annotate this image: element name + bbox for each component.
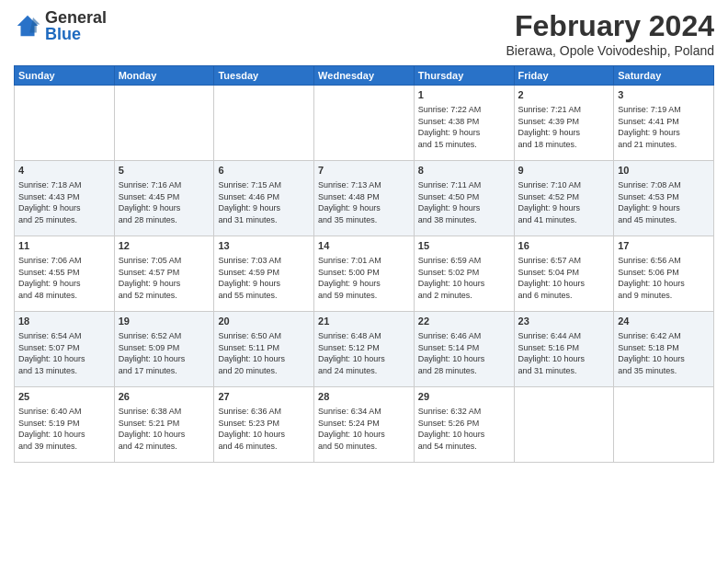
cell-w3-d2: 13Sunrise: 7:03 AM Sunset: 4:59 PM Dayli… xyxy=(214,236,314,312)
day-info-18: Sunrise: 6:54 AM Sunset: 5:07 PM Dayligh… xyxy=(18,331,85,375)
cell-w2-d0: 4Sunrise: 7:18 AM Sunset: 4:43 PM Daylig… xyxy=(15,161,115,236)
day-info-16: Sunrise: 6:57 AM Sunset: 5:04 PM Dayligh… xyxy=(518,256,586,300)
cell-w1-d0 xyxy=(15,86,115,161)
day-info-4: Sunrise: 7:18 AM Sunset: 4:43 PM Dayligh… xyxy=(18,180,82,224)
day-number-17: 17 xyxy=(618,239,710,253)
day-info-24: Sunrise: 6:42 AM Sunset: 5:18 PM Dayligh… xyxy=(618,331,685,375)
cell-w2-d6: 10Sunrise: 7:08 AM Sunset: 4:53 PM Dayli… xyxy=(614,161,714,236)
day-number-16: 16 xyxy=(518,239,610,253)
week-row-3: 11Sunrise: 7:06 AM Sunset: 4:55 PM Dayli… xyxy=(15,236,714,312)
day-info-25: Sunrise: 6:40 AM Sunset: 5:19 PM Dayligh… xyxy=(18,407,85,451)
day-info-9: Sunrise: 7:10 AM Sunset: 4:52 PM Dayligh… xyxy=(518,180,582,224)
logo-general-text: General xyxy=(45,9,107,26)
day-number-25: 25 xyxy=(18,390,110,404)
cell-w1-d3 xyxy=(314,86,415,161)
day-info-22: Sunrise: 6:46 AM Sunset: 5:14 PM Dayligh… xyxy=(418,331,485,375)
day-info-10: Sunrise: 7:08 AM Sunset: 4:53 PM Dayligh… xyxy=(618,180,681,224)
day-info-7: Sunrise: 7:13 AM Sunset: 4:48 PM Dayligh… xyxy=(318,180,381,224)
day-number-3: 3 xyxy=(618,88,710,102)
logo-text: General Blue xyxy=(45,9,107,42)
day-number-13: 13 xyxy=(218,239,310,253)
day-info-14: Sunrise: 7:01 AM Sunset: 5:00 PM Dayligh… xyxy=(318,256,381,300)
day-info-6: Sunrise: 7:15 AM Sunset: 4:46 PM Dayligh… xyxy=(218,180,281,224)
day-info-5: Sunrise: 7:16 AM Sunset: 4:45 PM Dayligh… xyxy=(119,180,182,224)
col-thursday: Thursday xyxy=(414,66,514,86)
day-number-6: 6 xyxy=(218,164,310,178)
day-info-21: Sunrise: 6:48 AM Sunset: 5:12 PM Dayligh… xyxy=(318,331,385,375)
cell-w3-d1: 12Sunrise: 7:05 AM Sunset: 4:57 PM Dayli… xyxy=(114,236,214,312)
cell-w2-d3: 7Sunrise: 7:13 AM Sunset: 4:48 PM Daylig… xyxy=(314,161,415,236)
col-saturday: Saturday xyxy=(614,66,714,86)
col-wednesday: Wednesday xyxy=(314,66,415,86)
day-number-23: 23 xyxy=(518,315,610,328)
cell-w4-d2: 20Sunrise: 6:50 AM Sunset: 5:11 PM Dayli… xyxy=(214,312,314,387)
cell-w3-d3: 14Sunrise: 7:01 AM Sunset: 5:00 PM Dayli… xyxy=(314,236,415,312)
day-number-28: 28 xyxy=(318,390,410,404)
day-number-1: 1 xyxy=(418,88,510,102)
day-info-13: Sunrise: 7:03 AM Sunset: 4:59 PM Dayligh… xyxy=(218,256,281,300)
day-number-8: 8 xyxy=(418,164,510,178)
day-number-21: 21 xyxy=(318,315,410,328)
day-info-11: Sunrise: 7:06 AM Sunset: 4:55 PM Dayligh… xyxy=(18,256,82,300)
day-number-5: 5 xyxy=(119,164,210,178)
cell-w5-d0: 25Sunrise: 6:40 AM Sunset: 5:19 PM Dayli… xyxy=(15,387,115,463)
day-number-4: 4 xyxy=(18,164,110,178)
cell-w2-d2: 6Sunrise: 7:15 AM Sunset: 4:46 PM Daylig… xyxy=(214,161,314,236)
cell-w1-d6: 3Sunrise: 7:19 AM Sunset: 4:41 PM Daylig… xyxy=(614,86,714,161)
day-number-24: 24 xyxy=(618,315,710,328)
cell-w5-d3: 28Sunrise: 6:34 AM Sunset: 5:24 PM Dayli… xyxy=(314,387,415,463)
cell-w4-d6: 24Sunrise: 6:42 AM Sunset: 5:18 PM Dayli… xyxy=(614,312,714,387)
cell-w5-d1: 26Sunrise: 6:38 AM Sunset: 5:21 PM Dayli… xyxy=(114,387,214,463)
day-info-28: Sunrise: 6:34 AM Sunset: 5:24 PM Dayligh… xyxy=(318,407,385,451)
cell-w4-d4: 22Sunrise: 6:46 AM Sunset: 5:14 PM Dayli… xyxy=(414,312,514,387)
cell-w2-d5: 9Sunrise: 7:10 AM Sunset: 4:52 PM Daylig… xyxy=(514,161,614,236)
cell-w4-d3: 21Sunrise: 6:48 AM Sunset: 5:12 PM Dayli… xyxy=(314,312,415,387)
day-number-11: 11 xyxy=(18,239,110,253)
calendar-table: Sunday Monday Tuesday Wednesday Thursday… xyxy=(14,65,714,463)
day-info-26: Sunrise: 6:38 AM Sunset: 5:21 PM Dayligh… xyxy=(119,407,186,451)
cell-w5-d6 xyxy=(614,387,714,463)
day-info-29: Sunrise: 6:32 AM Sunset: 5:26 PM Dayligh… xyxy=(418,407,485,451)
day-number-15: 15 xyxy=(418,239,510,253)
day-number-18: 18 xyxy=(18,315,110,328)
day-info-3: Sunrise: 7:19 AM Sunset: 4:41 PM Dayligh… xyxy=(618,105,681,149)
logo-blue-text: Blue xyxy=(45,26,107,42)
header: General Blue February 2024 Bierawa, Opol… xyxy=(14,9,714,58)
cell-w1-d2 xyxy=(214,86,314,161)
cell-w5-d2: 27Sunrise: 6:36 AM Sunset: 5:23 PM Dayli… xyxy=(214,387,314,463)
cell-w3-d4: 15Sunrise: 6:59 AM Sunset: 5:02 PM Dayli… xyxy=(414,236,514,312)
day-number-9: 9 xyxy=(518,164,610,178)
cell-w4-d0: 18Sunrise: 6:54 AM Sunset: 5:07 PM Dayli… xyxy=(15,312,115,387)
col-monday: Monday xyxy=(114,66,214,86)
day-number-7: 7 xyxy=(318,164,410,178)
day-info-20: Sunrise: 6:50 AM Sunset: 5:11 PM Dayligh… xyxy=(218,331,285,375)
cell-w3-d5: 16Sunrise: 6:57 AM Sunset: 5:04 PM Dayli… xyxy=(514,236,614,312)
week-row-1: 1Sunrise: 7:22 AM Sunset: 4:38 PM Daylig… xyxy=(15,86,714,161)
day-number-29: 29 xyxy=(418,390,510,404)
cell-w4-d5: 23Sunrise: 6:44 AM Sunset: 5:16 PM Dayli… xyxy=(514,312,614,387)
day-info-1: Sunrise: 7:22 AM Sunset: 4:38 PM Dayligh… xyxy=(418,105,482,149)
day-info-23: Sunrise: 6:44 AM Sunset: 5:16 PM Dayligh… xyxy=(518,331,586,375)
week-row-2: 4Sunrise: 7:18 AM Sunset: 4:43 PM Daylig… xyxy=(15,161,714,236)
day-info-27: Sunrise: 6:36 AM Sunset: 5:23 PM Dayligh… xyxy=(218,407,285,451)
day-number-27: 27 xyxy=(218,390,310,404)
header-row: Sunday Monday Tuesday Wednesday Thursday… xyxy=(15,66,714,86)
logo: General Blue xyxy=(14,9,107,42)
col-tuesday: Tuesday xyxy=(214,66,314,86)
day-info-2: Sunrise: 7:21 AM Sunset: 4:39 PM Dayligh… xyxy=(518,105,582,149)
day-number-26: 26 xyxy=(119,390,210,404)
cell-w1-d5: 2Sunrise: 7:21 AM Sunset: 4:39 PM Daylig… xyxy=(514,86,614,161)
week-row-5: 25Sunrise: 6:40 AM Sunset: 5:19 PM Dayli… xyxy=(15,387,714,463)
cell-w1-d4: 1Sunrise: 7:22 AM Sunset: 4:38 PM Daylig… xyxy=(414,86,514,161)
day-number-20: 20 xyxy=(218,315,310,328)
title-block: February 2024 Bierawa, Opole Voivodeship… xyxy=(506,9,714,58)
day-number-14: 14 xyxy=(318,239,410,253)
cell-w4-d1: 19Sunrise: 6:52 AM Sunset: 5:09 PM Dayli… xyxy=(114,312,214,387)
page: General Blue February 2024 Bierawa, Opol… xyxy=(0,0,728,563)
day-number-19: 19 xyxy=(119,315,210,328)
logo-icon xyxy=(14,12,41,40)
day-info-17: Sunrise: 6:56 AM Sunset: 5:06 PM Dayligh… xyxy=(618,256,685,300)
day-info-15: Sunrise: 6:59 AM Sunset: 5:02 PM Dayligh… xyxy=(418,256,485,300)
month-title: February 2024 xyxy=(506,9,714,43)
day-number-22: 22 xyxy=(418,315,510,328)
